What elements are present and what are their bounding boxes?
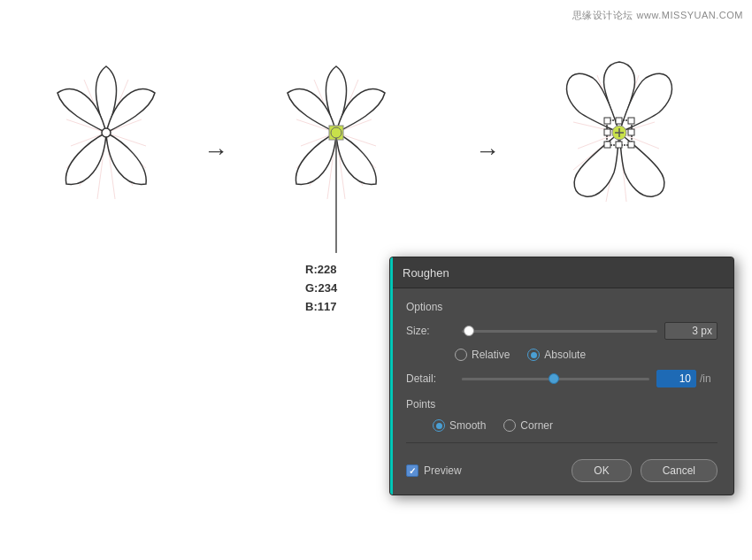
detail-value-input[interactable] — [656, 370, 696, 387]
relative-option[interactable]: Relative — [455, 349, 510, 361]
svg-rect-48 — [604, 118, 610, 124]
svg-point-31 — [331, 127, 341, 138]
detail-slider[interactable] — [462, 378, 649, 380]
color-g: G:234 — [305, 280, 337, 298]
svg-rect-55 — [628, 129, 634, 135]
size-value-input[interactable] — [664, 322, 717, 340]
detail-label: Detail: — [406, 372, 455, 385]
smooth-radio[interactable] — [433, 419, 445, 432]
detail-unit: /in — [700, 372, 717, 385]
options-label: Options — [406, 301, 717, 313]
canvas-area: 思缘设计论坛 www.MISSYUAN.COM — [0, 0, 752, 560]
detail-slider-thumb[interactable] — [549, 373, 559, 384]
corner-label: Corner — [520, 419, 553, 432]
smooth-label: Smooth — [449, 419, 486, 432]
smooth-option[interactable]: Smooth — [433, 419, 486, 432]
size-slider[interactable] — [462, 330, 657, 333]
separator — [406, 442, 717, 443]
preview-label: Preview — [424, 464, 462, 477]
corner-radio[interactable] — [503, 419, 516, 432]
dialog-body: Options Size: Relative Absolute — [390, 288, 733, 495]
relative-label: Relative — [472, 349, 510, 361]
flower-3 — [522, 27, 717, 239]
svg-point-14 — [102, 128, 111, 137]
svg-rect-51 — [628, 142, 634, 148]
relative-absolute-row: Relative Absolute — [406, 349, 717, 361]
corner-option[interactable]: Corner — [503, 419, 553, 432]
cancel-button[interactable]: Cancel — [641, 459, 717, 482]
color-r: R:228 — [305, 261, 337, 280]
points-label: Points — [406, 398, 717, 410]
absolute-radio[interactable] — [527, 349, 540, 361]
flower-2 — [248, 27, 425, 257]
points-section: Points Smooth Corner — [406, 398, 717, 432]
size-slider-thumb[interactable] — [464, 326, 474, 336]
svg-rect-50 — [604, 142, 610, 148]
color-b: B:117 — [305, 298, 337, 317]
dialog-title: Roughen — [403, 266, 449, 280]
btn-row: OK Cancel — [572, 459, 717, 482]
color-info: R:228 G:234 B:117 — [305, 261, 337, 316]
absolute-label: Absolute — [544, 349, 586, 361]
size-label: Size: — [406, 325, 455, 337]
arrow-1: → — [203, 137, 228, 165]
relative-radio[interactable] — [455, 349, 467, 361]
preview-checkbox[interactable] — [406, 464, 418, 477]
preview-row: Preview OK Cancel — [406, 452, 717, 486]
size-row: Size: — [406, 322, 717, 340]
preview-option[interactable]: Preview — [406, 464, 462, 477]
flower-1 — [18, 27, 195, 239]
svg-rect-49 — [628, 118, 634, 124]
detail-row: Detail: /in — [406, 370, 717, 387]
svg-rect-54 — [604, 129, 610, 135]
points-row: Smooth Corner — [406, 419, 717, 432]
roughen-dialog: Roughen Options Size: Relative — [389, 257, 734, 495]
arrow-2: → — [475, 137, 500, 165]
ok-button[interactable]: OK — [572, 459, 631, 482]
watermark: 思缘设计论坛 www.MISSYUAN.COM — [572, 9, 743, 22]
svg-rect-53 — [616, 142, 622, 148]
svg-rect-52 — [616, 118, 622, 124]
dialog-titlebar: Roughen — [390, 257, 733, 288]
absolute-option[interactable]: Absolute — [527, 349, 586, 361]
